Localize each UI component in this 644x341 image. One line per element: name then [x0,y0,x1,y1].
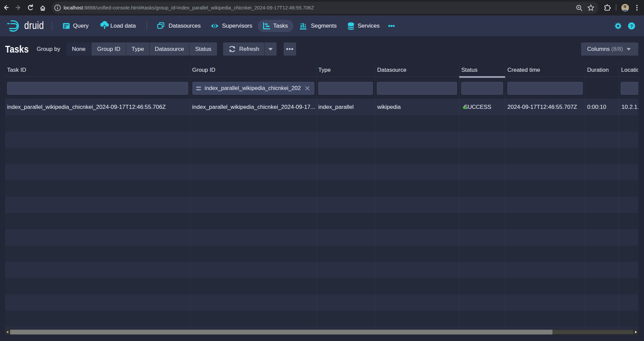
svg-text:?: ? [630,23,633,29]
